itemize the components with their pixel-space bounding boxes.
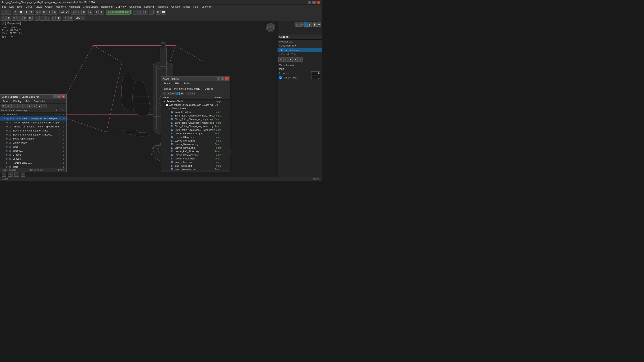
- se-menu-select[interactable]: Select: [1, 100, 11, 103]
- at-item-leaves-normal[interactable]: 🖼 Leaves_Normal.png Found: [161, 146, 230, 150]
- select-all-button[interactable]: ☐: [1, 16, 6, 20]
- se-delete-button[interactable]: ✕: [18, 104, 22, 108]
- at-close-button[interactable]: ✕: [225, 77, 229, 80]
- angle-snap-button[interactable]: ∠: [47, 10, 52, 14]
- configure-modifier-button[interactable]: ⚙: [283, 57, 288, 62]
- se-freeze-button[interactable]: ❄: [32, 104, 37, 108]
- modifier-dropdown[interactable]: Select Modifier ▼: [278, 44, 322, 48]
- at-item-roughness[interactable]: 🖼 Blunc_Bottle_Champagne_Roughness.png F…: [161, 128, 230, 132]
- unhide-button[interactable]: 👁‍🗨: [28, 16, 33, 20]
- hide-button[interactable]: 👁: [22, 16, 27, 20]
- se-minimize-button[interactable]: ─: [53, 95, 56, 98]
- select-region-button[interactable]: ⬜: [18, 10, 24, 14]
- render-button[interactable]: ▶: [88, 10, 93, 14]
- at-remove-button[interactable]: -: [166, 92, 170, 95]
- isolate-button[interactable]: ⊙: [63, 16, 68, 20]
- menu-modifiers[interactable]: Modifiers: [54, 5, 67, 8]
- element-button[interactable]: ⬢: [56, 16, 61, 20]
- percent-snap-button[interactable]: %: [52, 10, 57, 14]
- vp-pan-button[interactable]: ✥: [8, 172, 12, 177]
- redo-button[interactable]: ↪: [6, 10, 11, 14]
- se-display-button[interactable]: 👁: [27, 104, 32, 108]
- at-item-leaves-refr-gloss[interactable]: 🖼 Leaves_Refr_Gloss.png Found: [161, 150, 230, 153]
- vp-zoom-button[interactable]: ⌕: [20, 172, 25, 177]
- undo-button[interactable]: ↩: [1, 10, 6, 14]
- scale-button[interactable]: ⤡: [35, 10, 40, 14]
- filter-dropdown[interactable]: All: [59, 10, 69, 14]
- at-menu-paths[interactable]: Paths: [182, 82, 191, 85]
- pin-modifier-button[interactable]: 📌: [278, 57, 283, 62]
- tree-item-glass[interactable]: ▶ □ glass ● ⚙: [0, 145, 66, 149]
- se-restore-button[interactable]: □: [57, 95, 61, 98]
- render-setup-button[interactable]: ⚙: [94, 10, 98, 14]
- render-iters-checkbox[interactable]: [279, 76, 282, 79]
- se-select-button[interactable]: ↖: [22, 104, 27, 108]
- at-restore-button[interactable]: □: [221, 77, 224, 80]
- tree-item-bottle[interactable]: ▶ □ Bottle_Champagne ● ⚙: [0, 136, 66, 141]
- tree-item-leaves[interactable]: ▶ □ Leaves ● ⚙: [0, 157, 66, 161]
- close-button[interactable]: ✕: [317, 1, 320, 4]
- at-item-main-file[interactable]: 📄 Ace of Spades Champagne with Grapes ma…: [161, 103, 230, 107]
- at-horizontal-scrollbar[interactable]: [161, 170, 230, 172]
- se-close-button[interactable]: ✕: [62, 95, 65, 98]
- menu-help[interactable]: Help: [192, 5, 200, 8]
- snap-button[interactable]: ⊞: [42, 10, 46, 14]
- vp-orbit-button[interactable]: ↻: [14, 172, 19, 177]
- at-warning-button[interactable]: !: [190, 92, 194, 95]
- tree-item-black-stem-glass001[interactable]: ▶ □ Black_Stem_Champagne_Glass001 ● ⚙: [0, 132, 66, 136]
- tree-item-mesh-ace[interactable]: ▶ □ Ace_of_Spades_Champagne_with_Grapes …: [0, 120, 66, 124]
- move-button[interactable]: ✥: [24, 10, 29, 14]
- display-mode-button[interactable]: □: [68, 16, 73, 20]
- at-item-maps-group[interactable]: ▤ Maps / Shaders: [161, 107, 230, 110]
- at-item-black-leg[interactable]: 🖼 black_leg_ref.jpg Found: [161, 110, 230, 114]
- tree-item-group-ace[interactable]: ▼ ▤ Ace_of_Spades_Champagne_with_Grapes …: [0, 116, 66, 120]
- se-create-button[interactable]: +: [12, 104, 17, 108]
- se-menu-edit[interactable]: Edit: [24, 100, 31, 103]
- at-item-plate-diffuse[interactable]: 🖼 plate_diffuse.png Found: [161, 160, 230, 164]
- at-item-leaves-fresnel[interactable]: 🖼 Leaves_Fresnel.png Found: [161, 139, 230, 142]
- modifier-turbosmooth[interactable]: ● ▶ TurboSmooth: [278, 48, 322, 52]
- menu-explorex[interactable]: ExploreX: [200, 5, 213, 8]
- at-item-leaves-backside[interactable]: 🖼 Leaves_Backside_Color.png Found: [161, 132, 230, 135]
- at-settings-button[interactable]: ⚙: [180, 92, 184, 95]
- polygon-button[interactable]: ⬡: [51, 16, 56, 20]
- minimize-button[interactable]: ─: [308, 1, 311, 4]
- menu-tools[interactable]: Tools: [16, 5, 24, 8]
- menu-interactive[interactable]: Interactive: [156, 5, 170, 8]
- tree-item-plate[interactable]: ▶ □ plate ● ⚙: [0, 165, 66, 168]
- at-refresh-button[interactable]: ↻: [171, 92, 175, 95]
- at-item-basecolor[interactable]: 🖼 Blunc_Bottle_Champagne_BaseColor.png F…: [161, 114, 230, 118]
- at-item-plate-glossiness[interactable]: 🖼 plate_glossiness.png Found: [161, 168, 230, 170]
- align-button[interactable]: ⊟: [138, 10, 143, 14]
- menu-animation[interactable]: Animation: [68, 5, 81, 8]
- material-editor-button[interactable]: ◈: [99, 10, 104, 14]
- at-item-leaves-refraction[interactable]: 🖼 Leaves_Refraction.png Found: [161, 153, 230, 157]
- unlink-button[interactable]: ⛓: [76, 10, 81, 14]
- delete-modifier-button[interactable]: ✕: [298, 57, 302, 62]
- at-menu-file[interactable]: File: [174, 82, 180, 85]
- at-add-button[interactable]: +: [162, 92, 166, 95]
- bind-button[interactable]: ⚙: [82, 10, 86, 14]
- at-item-normal[interactable]: 🖼 Blunc_Bottle_Champagne_Normal.png Foun…: [161, 124, 230, 128]
- schematic-view-button[interactable]: ⊡: [156, 10, 160, 14]
- menu-rendering[interactable]: Rendering: [100, 5, 114, 8]
- rotate-button[interactable]: ↻: [29, 10, 34, 14]
- modifier-editable-poly[interactable]: ● Editable Poly: [278, 52, 322, 56]
- se-extra-button[interactable]: ⋮: [42, 104, 46, 108]
- menu-graph-editors[interactable]: Graph Editors: [82, 5, 100, 8]
- tree-item-layer0[interactable]: ▼ ≡ 0 (default) ● ⚙: [0, 112, 66, 116]
- track-view-button[interactable]: 📈: [161, 10, 166, 14]
- menu-group[interactable]: Group: [24, 5, 34, 8]
- at-view-toggle-button[interactable]: ≡: [176, 92, 180, 95]
- vertex-button[interactable]: ·: [35, 16, 40, 20]
- tree-item-black-stem-glass[interactable]: ▶ □ Black_Stem_Champagne_Glass ● ⚙: [0, 128, 66, 132]
- at-item-leaves-glossiness[interactable]: 🖼 Leaves_Glossiness.png Found: [161, 142, 230, 146]
- unfreeze-button[interactable]: ♨: [17, 16, 22, 20]
- move-modifier-up-button[interactable]: ▲: [288, 57, 293, 62]
- at-menu-bitmap[interactable]: Bitmap Performance and Memory: [162, 87, 202, 90]
- menu-scripting[interactable]: Scripting: [143, 5, 155, 8]
- iterations-input[interactable]: [311, 71, 320, 75]
- maximize-button[interactable]: □: [312, 1, 316, 4]
- at-item-metallic[interactable]: 🖼 Blunc_Bottle_Champagne_Metallic.png Fo…: [161, 121, 230, 124]
- view-dropdown[interactable]: View: [74, 16, 85, 20]
